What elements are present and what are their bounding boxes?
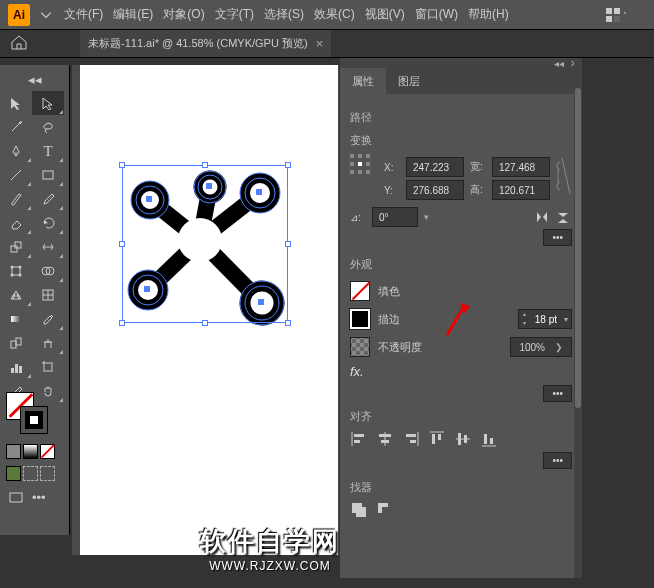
blend-tool[interactable] (0, 331, 32, 355)
svg-rect-7 (11, 246, 17, 252)
magic-wand-tool[interactable] (0, 115, 32, 139)
selection-tool[interactable] (0, 91, 32, 115)
panel-header: ◂◂ ✕ (340, 58, 582, 68)
stroke-stepper[interactable]: ▴▾ (519, 310, 531, 328)
line-tool[interactable] (0, 163, 32, 187)
draw-normal-icon[interactable] (6, 466, 21, 481)
link-wh-icon[interactable] (556, 156, 572, 196)
screen-mode-icon[interactable] (8, 490, 24, 506)
stroke-weight-input[interactable]: ▴▾ 18 pt ▾ (518, 309, 572, 329)
direct-selection-tool[interactable] (32, 91, 64, 115)
workspace-switcher-icon[interactable] (606, 8, 626, 22)
pathfinder-unite-icon[interactable] (350, 501, 368, 519)
symbol-sprayer-tool[interactable] (32, 331, 64, 355)
align-vcenter-icon[interactable] (454, 430, 472, 448)
align-top-icon[interactable] (428, 430, 446, 448)
width-input[interactable]: 127.468 (492, 157, 550, 177)
svg-rect-65 (406, 434, 416, 437)
menu-select[interactable]: 选择(S) (264, 6, 304, 23)
x-input[interactable]: 247.223 (406, 157, 464, 177)
gradient-tool[interactable] (0, 307, 32, 331)
column-graph-tool[interactable] (0, 355, 32, 379)
free-transform-tool[interactable] (0, 259, 32, 283)
fill-label: 填色 (378, 284, 400, 299)
scale-tool[interactable] (0, 235, 32, 259)
paintbrush-tool[interactable] (0, 187, 32, 211)
angle-label: ⊿: (350, 212, 366, 223)
angle-dropdown-icon[interactable]: ▾ (424, 212, 429, 222)
perspective-grid-tool[interactable] (0, 283, 32, 307)
rotate-tool[interactable] (32, 211, 64, 235)
type-tool[interactable]: T (32, 139, 64, 163)
edit-toolbar-icon[interactable]: ••• (32, 490, 46, 506)
flip-vertical-icon[interactable] (556, 210, 572, 224)
eraser-tool[interactable] (0, 211, 32, 235)
svg-rect-20 (11, 341, 16, 348)
angle-input[interactable]: 0° (372, 207, 418, 227)
menu-object[interactable]: 对象(O) (163, 6, 204, 23)
align-left-icon[interactable] (350, 430, 368, 448)
tab-properties[interactable]: 属性 (340, 68, 386, 94)
opacity-dropdown-icon[interactable]: ❯ (555, 342, 563, 352)
svg-rect-2 (606, 16, 612, 22)
opacity-label: 不透明度 (378, 340, 422, 355)
artboard-tool[interactable] (32, 355, 64, 379)
panel-scrollbar[interactable] (574, 58, 582, 578)
panel-collapse-icon[interactable]: ◂◂ (554, 58, 564, 69)
menu-edit[interactable]: 编辑(E) (113, 6, 153, 23)
fill-color-swatch[interactable] (350, 281, 370, 301)
document-tab[interactable]: 未标题-111.ai* @ 41.58% (CMYK/GPU 预览) × (80, 30, 331, 57)
height-input[interactable]: 120.671 (492, 180, 550, 200)
svg-rect-59 (354, 434, 364, 437)
appearance-more-button[interactable]: ••• (543, 385, 572, 402)
menu-help[interactable]: 帮助(H) (468, 6, 509, 23)
align-hcenter-icon[interactable] (376, 430, 394, 448)
tab-layers[interactable]: 图层 (386, 68, 432, 94)
svg-rect-23 (15, 364, 18, 373)
pencil-tool[interactable] (32, 187, 64, 211)
stroke-swatch[interactable] (20, 406, 48, 434)
appearance-section-label: 外观 (350, 257, 572, 272)
flip-horizontal-icon[interactable] (534, 210, 550, 224)
toolbar-collapse-icon[interactable]: ◂◂ (19, 67, 51, 91)
opacity-input[interactable]: 100% ❯ (510, 337, 572, 357)
draw-inside-icon[interactable] (40, 466, 55, 481)
stroke-dropdown-icon[interactable]: ▾ (561, 315, 571, 324)
menu-type[interactable]: 文字(T) (215, 6, 254, 23)
eyedropper-tool[interactable] (32, 307, 64, 331)
rectangle-tool[interactable] (32, 163, 64, 187)
pen-tool[interactable] (0, 139, 32, 163)
menu-bar: Ai 文件(F) 编辑(E) 对象(O) 文字(T) 选择(S) 效果(C) 视… (0, 0, 654, 30)
mesh-tool[interactable] (32, 283, 64, 307)
reference-point-selector[interactable] (350, 154, 372, 176)
align-right-icon[interactable] (402, 430, 420, 448)
menu-view[interactable]: 视图(V) (365, 6, 405, 23)
selection-bounding-box[interactable] (122, 165, 288, 323)
pathfinder-label-partial: 找器 (350, 480, 572, 495)
gradient-swatch[interactable] (23, 444, 38, 459)
draw-behind-icon[interactable] (23, 466, 38, 481)
hand-tool[interactable] (32, 379, 64, 403)
y-input[interactable]: 276.688 (406, 180, 464, 200)
fx-label[interactable]: fx. (350, 364, 572, 379)
menu-effect[interactable]: 效果(C) (314, 6, 355, 23)
menu-file[interactable]: 文件(F) (64, 6, 103, 23)
svg-rect-0 (606, 8, 612, 14)
align-bottom-icon[interactable] (480, 430, 498, 448)
color-swatch[interactable] (6, 444, 21, 459)
pathfinder-minus-icon[interactable] (376, 501, 394, 519)
artboard[interactable] (80, 65, 338, 555)
shape-builder-tool[interactable] (32, 259, 64, 283)
transform-more-button[interactable]: ••• (543, 229, 572, 246)
document-tab-title: 未标题-111.ai* @ 41.58% (CMYK/GPU 预览) (88, 36, 308, 51)
align-more-button[interactable]: ••• (543, 452, 572, 469)
svg-rect-71 (458, 433, 461, 445)
home-icon[interactable] (10, 34, 28, 50)
app-menu-dropdown-icon[interactable] (40, 9, 52, 21)
stroke-color-swatch[interactable] (350, 309, 370, 329)
width-tool[interactable] (32, 235, 64, 259)
none-swatch[interactable] (40, 444, 55, 459)
close-tab-icon[interactable]: × (316, 36, 324, 51)
menu-window[interactable]: 窗口(W) (415, 6, 458, 23)
lasso-tool[interactable] (32, 115, 64, 139)
